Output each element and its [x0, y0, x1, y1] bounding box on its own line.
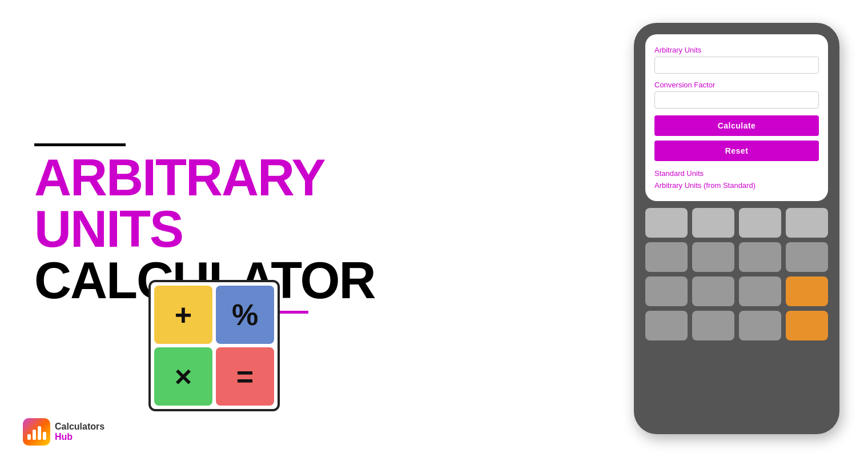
logo-text-top: Calculators	[55, 422, 105, 432]
key-4[interactable]	[786, 208, 828, 238]
right-section: Arbitrary Units Conversion Factor Calcul…	[628, 0, 868, 457]
conversion-factor-label: Conversion Factor	[654, 81, 819, 89]
key-14[interactable]	[692, 311, 734, 340]
calculator-device: Arbitrary Units Conversion Factor Calcul…	[634, 23, 839, 434]
arbitrary-units-from-standard-label: Arbitrary Units (from Standard)	[654, 181, 819, 190]
arbitrary-units-input[interactable]	[654, 57, 819, 74]
logo-bar-2	[33, 430, 36, 440]
key-7[interactable]	[739, 242, 781, 272]
key-10[interactable]	[692, 276, 734, 306]
key-12-orange[interactable]	[786, 276, 828, 306]
reset-button[interactable]: Reset	[654, 141, 819, 161]
key-9[interactable]	[645, 276, 688, 306]
arbitrary-units-label: Arbitrary Units	[654, 46, 819, 54]
key-6[interactable]	[692, 242, 734, 272]
key-16-orange[interactable]	[786, 311, 828, 340]
calc-icon-plus: +	[154, 286, 212, 344]
key-2[interactable]	[692, 208, 734, 238]
key-11[interactable]	[739, 276, 781, 306]
calculator-icon-illustration: + % × =	[148, 280, 280, 411]
key-5[interactable]	[645, 242, 688, 272]
key-8[interactable]	[786, 242, 828, 272]
logo-bar-1	[27, 434, 31, 440]
calc-icon-equals: =	[216, 347, 274, 406]
calc-icon-multiply: ×	[154, 347, 212, 406]
calculator-screen: Arbitrary Units Conversion Factor Calcul…	[645, 34, 828, 201]
title-line2: UNITS	[34, 203, 594, 255]
logo-bar-3	[38, 426, 41, 440]
calculator-keypad	[645, 208, 828, 423]
key-15[interactable]	[739, 311, 781, 340]
logo-bars	[27, 424, 46, 440]
title-line1: ARBITRARY	[34, 152, 594, 203]
logo-bar-4	[43, 432, 46, 440]
key-3[interactable]	[739, 208, 781, 238]
standard-units-result-label: Standard Units	[654, 169, 819, 178]
conversion-factor-input[interactable]	[654, 91, 819, 109]
logo-text-bottom: Hub	[55, 432, 105, 442]
key-13[interactable]	[645, 311, 688, 340]
key-1[interactable]	[645, 208, 688, 238]
logo-area: Calculators Hub	[23, 418, 105, 446]
left-section: ARBITRARY UNITS CALCULATOR + % × = Calcu…	[0, 0, 628, 457]
title-underline-black	[34, 143, 126, 146]
calc-icon-percent: %	[216, 286, 274, 344]
logo-icon	[23, 418, 50, 446]
title-line3: CALCULATOR	[34, 255, 594, 306]
calculate-button[interactable]: Calculate	[654, 115, 819, 136]
logo-text: Calculators Hub	[55, 422, 105, 442]
